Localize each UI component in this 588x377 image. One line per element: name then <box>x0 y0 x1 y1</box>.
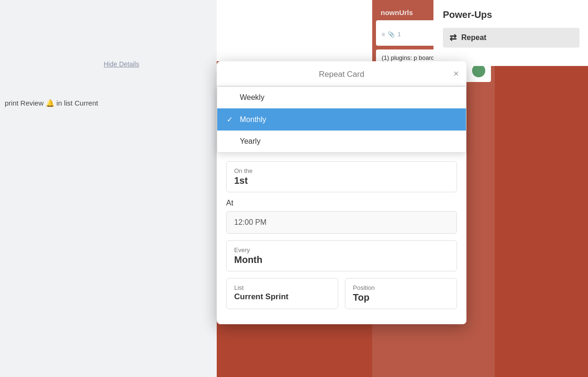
on-the-value: 1st <box>234 175 449 186</box>
attachment-icon: 📎 <box>388 31 395 38</box>
list-label: List <box>234 284 330 291</box>
repeat-icon: ⇄ <box>449 33 457 43</box>
modal-title: Repeat Card <box>319 70 364 79</box>
monthly-label: Monthly <box>240 115 266 124</box>
frequency-dropdown[interactable]: Weekly ✓ Monthly Yearly <box>217 86 466 153</box>
list-position-row: List Current Sprint Position Top <box>226 278 457 316</box>
card1-attachment-count: 1 <box>398 31 401 38</box>
lines-icon: ≡ <box>382 31 385 38</box>
dropdown-list: Weekly ✓ Monthly Yearly <box>217 86 466 153</box>
list-value: Current Sprint <box>234 292 330 302</box>
monthly-check: ✓ <box>227 115 238 124</box>
left-panel: Hide Details print Review 🔔 in list Curr… <box>0 0 217 377</box>
option-yearly[interactable]: Yearly <box>217 131 466 152</box>
position-value: Top <box>353 292 449 303</box>
weekly-label: Weekly <box>240 93 264 102</box>
list-field[interactable]: List Current Sprint <box>226 278 338 309</box>
weekly-check <box>227 93 238 102</box>
repeat-powerup-item[interactable]: ⇄ Repeat <box>443 28 580 48</box>
position-field[interactable]: Position Top <box>345 278 457 309</box>
position-label: Position <box>353 284 449 291</box>
option-monthly[interactable]: ✓ Monthly <box>217 108 466 131</box>
repeat-card-modal: Repeat Card × Weekly ✓ Monthly Yearly On… <box>217 61 466 324</box>
modal-header: Repeat Card × <box>217 61 466 86</box>
every-value: Month <box>234 254 449 265</box>
modal-body: On the 1st At 12:00 PM Every Month List … <box>217 153 466 324</box>
option-weekly[interactable]: Weekly <box>217 87 466 108</box>
powerups-content: Power-Ups ⇄ Repeat <box>433 0 588 66</box>
at-label: At <box>226 199 457 207</box>
powerups-title: Power-Ups <box>443 9 580 20</box>
repeat-label: Repeat <box>461 33 486 42</box>
time-field[interactable]: 12:00 PM <box>226 211 457 234</box>
modal-close-button[interactable]: × <box>453 69 459 78</box>
powerups-panel: Power-Ups ⇄ Repeat <box>217 0 372 61</box>
hide-details-link[interactable]: Hide Details <box>104 60 139 68</box>
every-label: Every <box>234 246 449 254</box>
yearly-label: Yearly <box>240 137 261 146</box>
yearly-check <box>227 137 238 146</box>
avatar-2 <box>472 64 485 77</box>
on-the-field[interactable]: On the 1st <box>226 161 457 192</box>
on-the-label: On the <box>234 167 449 174</box>
every-field[interactable]: Every Month <box>226 240 457 271</box>
card-info-text: print Review 🔔 in list Current <box>5 99 98 107</box>
